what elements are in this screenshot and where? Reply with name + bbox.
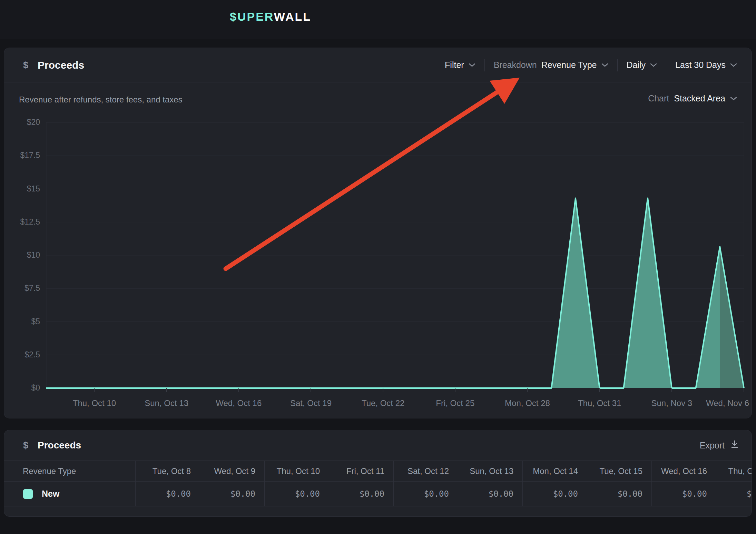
column-header-date: Sun, Oct 13 <box>458 461 522 481</box>
download-icon <box>730 439 739 451</box>
x-axis-label: Mon, Oct 28 <box>505 398 550 408</box>
value-cell: $0.00 <box>264 482 329 506</box>
stacked-area-plot[interactable] <box>46 122 744 388</box>
breakdown-dropdown[interactable]: Breakdown Revenue Type <box>494 60 608 70</box>
value-cell: $0.00 <box>135 482 200 506</box>
series-color-swatch <box>23 489 33 499</box>
date-range-dropdown[interactable]: Last 30 Days <box>675 60 737 70</box>
x-axis-label: Sun, Nov 3 <box>651 398 692 408</box>
column-header-date: Mon, Oct 14 <box>522 461 587 481</box>
x-axis-tick <box>238 388 239 392</box>
divider <box>484 59 485 71</box>
x-axis-label: Sat, Oct 19 <box>290 398 332 408</box>
x-axis-tick <box>383 388 383 392</box>
dollar-icon: $ <box>23 60 28 70</box>
x-axis-tick <box>527 388 528 392</box>
breakdown-value: Revenue Type <box>541 60 597 70</box>
value-cell: $0.00 <box>458 482 522 506</box>
filter-label: Filter <box>445 60 464 70</box>
chart-card-header: $ Proceeds Filter Breakdown Revenue Type… <box>4 48 752 82</box>
chart-subtitle: Revenue after refunds, store fees, and t… <box>19 95 183 105</box>
column-header-date: Sat, Oct 12 <box>393 461 458 481</box>
proceeds-chart-card: $ Proceeds Filter Breakdown Revenue Type… <box>4 48 752 418</box>
x-axis-tick <box>166 388 167 392</box>
x-axis-tick <box>744 388 744 392</box>
column-header-date: Fri, Oct 11 <box>329 461 393 481</box>
chart-type-value: Stacked Area <box>674 93 725 103</box>
value-cell: $0.00 <box>587 482 651 506</box>
column-header-revenue-type: Revenue Type <box>4 461 135 481</box>
x-axis-tick <box>599 388 600 392</box>
x-axis-label: Sun, Oct 13 <box>145 398 188 408</box>
value-cell: $0.00 <box>651 482 716 506</box>
column-header-date: Thu, Oct 17 <box>716 461 752 481</box>
divider <box>617 59 618 71</box>
y-axis-label: $7.5 <box>7 284 40 293</box>
y-axis-label: $0 <box>7 383 40 393</box>
proceeds-table-card: $ Proceeds Export Revenue TypeTue, Oct 8… <box>4 430 752 517</box>
breakdown-label: Breakdown <box>494 60 537 70</box>
x-axis-label: Fri, Oct 25 <box>436 398 474 408</box>
column-header-date: Tue, Oct 15 <box>587 461 651 481</box>
y-axis-label: $15 <box>7 184 40 194</box>
chevron-down-icon <box>601 63 608 67</box>
divider <box>666 59 666 71</box>
area-chart-svg <box>46 122 744 388</box>
row-header-cell: New <box>4 482 135 506</box>
y-axis-label: $5 <box>7 317 40 326</box>
x-axis-label: Thu, Oct 31 <box>578 398 621 408</box>
y-axis-label: $12.5 <box>7 217 40 227</box>
chart-type-dropdown[interactable]: Chart Stacked Area <box>648 93 737 103</box>
granularity-value: Daily <box>627 60 646 70</box>
column-header-date: Wed, Oct 9 <box>200 461 264 481</box>
value-cell: $0.00 <box>393 482 458 506</box>
table-card-title: Proceeds <box>38 440 81 451</box>
dollar-icon: $ <box>23 440 28 451</box>
value-cell: $0.00 <box>200 482 264 506</box>
logo-prefix: $UPER <box>230 10 274 23</box>
logo-suffix: WALL <box>274 10 311 23</box>
column-header-date: Tue, Oct 8 <box>135 461 200 481</box>
x-axis-tick <box>94 388 95 392</box>
value-cell: $0.00 <box>716 482 752 506</box>
x-axis-tick <box>311 388 311 392</box>
chevron-down-icon <box>650 63 657 67</box>
export-label: Export <box>700 441 725 451</box>
x-axis-tick <box>455 388 455 392</box>
chart-card-title: Proceeds <box>38 59 84 71</box>
y-axis-label: $10 <box>7 250 40 260</box>
export-button[interactable]: Export <box>700 430 739 461</box>
y-axis-label: $17.5 <box>7 151 40 160</box>
table-header-row: Revenue TypeTue, Oct 8Wed, Oct 9Thu, Oct… <box>4 461 752 482</box>
chart-type-label: Chart <box>648 93 669 103</box>
area-fill-new <box>46 198 720 388</box>
x-axis-label: Wed, Oct 16 <box>216 398 262 408</box>
x-axis-label: Thu, Oct 10 <box>73 398 116 408</box>
value-cell: $0.00 <box>329 482 393 506</box>
filter-dropdown[interactable]: Filter <box>445 60 475 70</box>
date-range-value: Last 30 Days <box>675 60 726 70</box>
y-axis-label: $2.5 <box>7 350 40 359</box>
superwall-dashboard: { "topbar": { "logo_prefix": "$UPER", "l… <box>0 0 756 534</box>
top-navbar: $UPERWALL <box>0 0 756 39</box>
value-cell: $0.00 <box>522 482 587 506</box>
x-axis-label: Tue, Oct 22 <box>362 398 405 408</box>
chevron-down-icon <box>730 97 737 101</box>
column-header-date: Thu, Oct 10 <box>264 461 329 481</box>
column-header-date: Wed, Oct 16 <box>651 461 716 481</box>
chevron-down-icon <box>469 63 475 67</box>
x-axis-tick <box>671 388 672 392</box>
x-axis-label: Wed, Nov 6 <box>706 398 749 408</box>
row-label: New <box>42 489 59 499</box>
chart-controls: Filter Breakdown Revenue Type Daily Last… <box>445 48 737 82</box>
table-row: New$0.00$0.00$0.00$0.00$0.00$0.00$0.00$0… <box>4 482 752 506</box>
proceeds-table: Revenue TypeTue, Oct 8Wed, Oct 9Thu, Oct… <box>4 461 752 506</box>
granularity-dropdown[interactable]: Daily <box>627 60 657 70</box>
chevron-down-icon <box>730 63 737 67</box>
y-axis-label: $20 <box>7 118 40 127</box>
superwall-logo[interactable]: $UPERWALL <box>230 10 311 23</box>
